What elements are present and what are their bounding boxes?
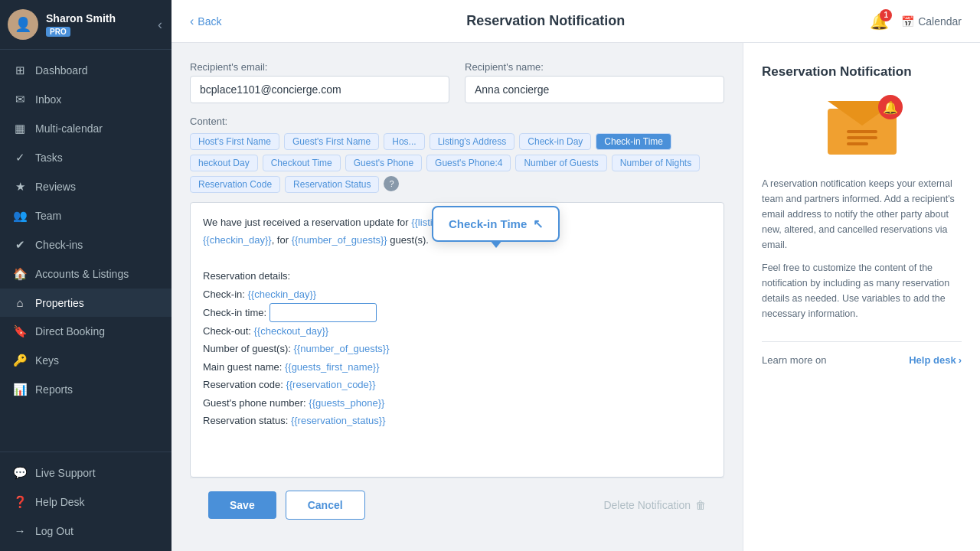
sidebar-item-label: Properties xyxy=(35,297,84,309)
tag-number-nights[interactable]: Number of Nights xyxy=(612,155,700,171)
body-phone: Guest's phone number: {{guests_phone}} xyxy=(203,394,711,412)
body-guest-name: Main guest name: {{guests_first_name}} xyxy=(203,358,711,376)
email-group: Recipient's email: xyxy=(190,61,449,103)
sidebar-item-checkins[interactable]: ✔ Check-ins xyxy=(0,230,172,259)
help-desk-icon: ❓ xyxy=(12,495,28,509)
form-section: Recipient's email: Recipient's name: Con… xyxy=(172,43,743,551)
back-button[interactable]: ‹ Back xyxy=(190,15,221,28)
sidebar-item-multi-calendar[interactable]: ▦ Multi-calendar xyxy=(0,114,172,143)
calendar-icon: 📅 xyxy=(901,15,914,28)
body-res-code-var: {{reservation_code}} xyxy=(286,379,375,390)
body-status-pre: Reservation status: xyxy=(203,415,291,426)
tag-number-guests[interactable]: Number of Guests xyxy=(515,155,606,171)
page-title: Reservation Notification xyxy=(466,13,625,29)
sidebar-item-dashboard[interactable]: ⊞ Dashboard xyxy=(0,56,172,85)
tag-reservation-status[interactable]: Reservation Status xyxy=(285,176,379,193)
body-var-num-guests: {{number_of_guests}} xyxy=(292,234,387,246)
cancel-button[interactable]: Cancel xyxy=(286,491,365,520)
env-line-1 xyxy=(847,130,877,133)
right-panel: Reservation Notification 🔔 A reservati xyxy=(743,43,980,551)
sidebar-item-properties[interactable]: ⌂ Properties xyxy=(0,289,172,317)
delete-button[interactable]: Delete Notification 🗑 xyxy=(603,499,706,511)
calendar-button[interactable]: 📅 Calendar xyxy=(901,15,962,28)
user-info: Sharon Smith PRO xyxy=(46,12,149,37)
sidebar-item-label: Accounts & Listings xyxy=(35,268,129,280)
body-status-var: {{reservation_status}} xyxy=(291,415,386,426)
sidebar-item-help-desk[interactable]: ❓ Help Desk xyxy=(0,487,172,517)
recipient-row: Recipient's email: Recipient's name: xyxy=(190,61,724,103)
tag-checkin-day[interactable]: Check-in Day xyxy=(519,133,591,150)
direct-booking-icon: 🔖 xyxy=(12,324,28,338)
sidebar-item-label: Reviews xyxy=(35,181,76,193)
sidebar-nav: ⊞ Dashboard ✉ Inbox ▦ Multi-calendar ✓ T… xyxy=(0,50,172,452)
tag-hosts-first-name[interactable]: Host's First Name xyxy=(190,133,279,150)
tag-guests-first-name[interactable]: Guest's First Name xyxy=(284,133,379,150)
panel-desc-1: A reservation notification keeps your ex… xyxy=(762,176,962,253)
keys-icon: 🔑 xyxy=(12,354,28,367)
sidebar-collapse-button[interactable]: ‹ xyxy=(156,15,164,34)
tag-guests-phone-4[interactable]: Guest's Phone:4 xyxy=(426,155,511,171)
content: Recipient's email: Recipient's name: Con… xyxy=(172,43,980,551)
body-var-checkin-day: {{checkin_day}} xyxy=(203,234,272,246)
calendar-icon: ▦ xyxy=(12,122,28,135)
body-checkin-time: Check-in time: xyxy=(203,303,711,322)
notification-button[interactable]: 🔔 1 xyxy=(870,12,889,31)
body-checkout-pre: Check-out: xyxy=(203,325,253,337)
body-guest-name-var: {{guests_first_name}} xyxy=(285,361,380,373)
inbox-icon: ✉ xyxy=(12,93,28,106)
body-res-code: Reservation code: {{reservation_code}} xyxy=(203,376,711,393)
logout-icon: → xyxy=(12,524,28,537)
sidebar-item-direct-booking[interactable]: 🔖 Direct Booking xyxy=(0,317,172,346)
sidebar-item-live-support[interactable]: 💬 Live Support xyxy=(0,458,172,487)
sidebar-item-tasks[interactable]: ✓ Tasks xyxy=(0,143,172,172)
sidebar-item-reports[interactable]: 📊 Reports xyxy=(0,375,172,404)
tag-checkin-time[interactable]: Check-in Time xyxy=(596,133,671,150)
topbar: ‹ Back Reservation Notification 🔔 1 📅 Ca… xyxy=(172,0,980,43)
tag-checkout-time[interactable]: Checkout Time xyxy=(263,155,341,171)
tag-checkout-day[interactable]: heckout Day xyxy=(190,155,258,171)
body-reservation-details: Reservation details: xyxy=(203,267,711,285)
tag-guests-phone[interactable]: Guest's Phone xyxy=(345,155,422,171)
email-body[interactable]: We have just received a reservation upda… xyxy=(190,202,724,478)
help-desk-link[interactable]: Help desk › xyxy=(909,354,962,366)
body-line2-mid: , for xyxy=(272,234,292,246)
name-input[interactable] xyxy=(465,76,724,103)
body-checkout: Check-out: {{checkout_day}} xyxy=(203,322,711,340)
body-guest-name-pre: Main guest name: xyxy=(203,361,285,373)
tag-reservation-code[interactable]: Reservation Code xyxy=(190,176,280,193)
tag-container: Host's First Name Guest's First Name Hos… xyxy=(190,133,724,193)
sidebar-item-inbox[interactable]: ✉ Inbox xyxy=(0,85,172,114)
envelope-lines xyxy=(847,130,877,145)
email-input[interactable] xyxy=(190,76,449,103)
delete-label: Delete Notification xyxy=(603,499,691,511)
checkin-time-field[interactable] xyxy=(270,303,377,322)
accounts-icon: 🏠 xyxy=(12,267,28,281)
properties-icon: ⌂ xyxy=(12,296,28,309)
save-button[interactable]: Save xyxy=(208,491,276,519)
sidebar-item-label: Keys xyxy=(35,354,59,367)
sidebar-item-label: Multi-calendar xyxy=(35,122,103,135)
sidebar-item-keys[interactable]: 🔑 Keys xyxy=(0,346,172,375)
sidebar-item-log-out[interactable]: → Log Out xyxy=(0,517,172,545)
tasks-icon: ✓ xyxy=(12,151,28,165)
live-support-icon: 💬 xyxy=(12,466,28,480)
panel-learn-row: Learn more on Help desk › xyxy=(762,354,962,366)
sidebar-item-team[interactable]: 👥 Team xyxy=(0,201,172,230)
name-label: Recipient's name: xyxy=(465,61,724,73)
tag-hos[interactable]: Hos... xyxy=(384,133,424,150)
sidebar-header: 👤 Sharon Smith PRO ‹ xyxy=(0,0,172,50)
cursor-icon: ↖ xyxy=(533,217,543,230)
tag-listings-address[interactable]: Listing's Address xyxy=(430,133,515,150)
env-line-2 xyxy=(847,136,877,139)
body-phone-pre: Guest's phone number: xyxy=(203,397,309,409)
learn-more-text: Learn more on xyxy=(762,354,827,366)
help-tag-icon[interactable]: ? xyxy=(384,176,399,191)
sidebar-item-label: Reports xyxy=(35,383,73,396)
sidebar-item-label: Tasks xyxy=(35,152,63,164)
sidebar-item-reviews[interactable]: ★ Reviews xyxy=(0,172,172,201)
dashboard-icon: ⊞ xyxy=(12,64,28,77)
content-label: Content: xyxy=(190,116,724,127)
sidebar: 👤 Sharon Smith PRO ‹ ⊞ Dashboard ✉ Inbox… xyxy=(0,0,172,551)
sidebar-item-accounts-listings[interactable]: 🏠 Accounts & Listings xyxy=(0,259,172,289)
sidebar-item-label: Dashboard xyxy=(35,64,88,77)
